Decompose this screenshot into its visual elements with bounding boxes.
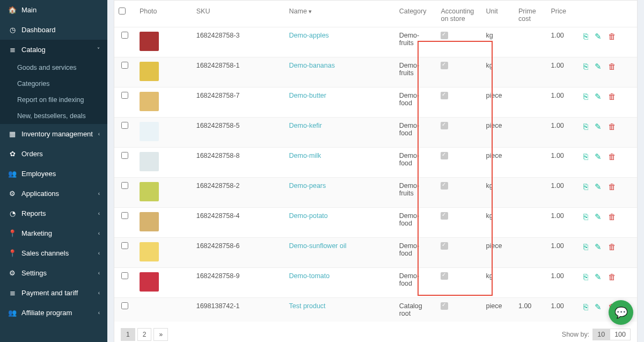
row-checkbox[interactable] xyxy=(121,152,128,159)
col-unit[interactable]: Unit xyxy=(482,1,514,27)
sidebar-item-employees[interactable]: 👥Employees xyxy=(0,164,107,184)
col-photo[interactable]: Photo xyxy=(135,1,192,27)
sidebar-item-marketing[interactable]: 📍Marketing‹ xyxy=(0,223,107,243)
row-checkbox[interactable] xyxy=(121,272,128,279)
sidebar-subitem-categories[interactable]: Categories xyxy=(0,76,107,92)
accounting-checkbox[interactable] xyxy=(441,212,448,220)
trash-icon[interactable]: 🗑 xyxy=(608,92,616,101)
accounting-checkbox[interactable] xyxy=(441,92,448,99)
product-name-link[interactable]: Demo-tomato xyxy=(289,272,330,280)
copy-icon[interactable]: ⎘ xyxy=(583,182,588,192)
product-name-link[interactable]: Demo-milk xyxy=(289,152,321,159)
product-thumb[interactable] xyxy=(140,272,159,292)
copy-icon[interactable]: ⎘ xyxy=(583,302,588,312)
col-accounting[interactable]: Accounting on store xyxy=(436,1,481,27)
sidebar-subitem-new-bestsellers-deals[interactable]: New, bestsellers, deals xyxy=(0,108,107,124)
sidebar-item-inventory-management[interactable]: ▦Inventory management‹ xyxy=(0,124,107,144)
copy-icon[interactable]: ⎘ xyxy=(583,62,588,71)
trash-icon[interactable]: 🗑 xyxy=(608,122,616,132)
product-name-link[interactable]: Test product xyxy=(289,302,326,310)
copy-icon[interactable]: ⎘ xyxy=(583,212,588,222)
copy-icon[interactable]: ⎘ xyxy=(583,122,588,132)
sidebar-item-main[interactable]: 🏠Main xyxy=(0,0,107,20)
row-checkbox[interactable] xyxy=(121,92,128,99)
product-name-link[interactable]: Demo-pears xyxy=(289,182,326,190)
edit-icon[interactable]: ✎ xyxy=(595,92,602,101)
showby-option[interactable]: 10 xyxy=(592,329,610,340)
trash-icon[interactable]: 🗑 xyxy=(608,242,616,252)
row-checkbox[interactable] xyxy=(121,242,128,249)
col-sku[interactable]: SKU xyxy=(192,1,285,27)
sidebar-subitem-goods-and-services[interactable]: Goods and services xyxy=(0,60,107,76)
sidebar-item-applications[interactable]: ⚙Applications‹ xyxy=(0,184,107,203)
copy-icon[interactable]: ⎘ xyxy=(583,152,588,162)
trash-icon[interactable]: 🗑 xyxy=(608,62,616,71)
row-checkbox[interactable] xyxy=(121,32,128,39)
product-thumb[interactable] xyxy=(140,212,159,231)
accounting-checkbox[interactable] xyxy=(441,62,448,69)
edit-icon[interactable]: ✎ xyxy=(595,302,602,312)
col-price[interactable]: Price xyxy=(546,1,579,27)
product-thumb[interactable] xyxy=(140,62,159,81)
edit-icon[interactable]: ✎ xyxy=(595,212,602,222)
edit-icon[interactable]: ✎ xyxy=(595,122,602,132)
copy-icon[interactable]: ⎘ xyxy=(583,272,588,282)
col-category[interactable]: Category xyxy=(395,1,437,27)
product-name-link[interactable]: Demo-kefir xyxy=(289,122,322,129)
accounting-checkbox[interactable] xyxy=(441,182,448,190)
row-checkbox[interactable] xyxy=(121,212,128,219)
copy-icon[interactable]: ⎘ xyxy=(583,32,588,41)
trash-icon[interactable]: 🗑 xyxy=(608,272,616,282)
product-thumb[interactable] xyxy=(140,122,159,141)
sidebar-item-dashboard[interactable]: ◷Dashboard xyxy=(0,20,107,40)
accounting-checkbox[interactable] xyxy=(441,152,448,159)
sidebar-subitem-report-on-file-indexing[interactable]: Report on file indexing xyxy=(0,92,107,108)
edit-icon[interactable]: ✎ xyxy=(595,182,602,192)
sidebar-item-orders[interactable]: ✿Orders xyxy=(0,144,107,164)
accounting-checkbox[interactable] xyxy=(441,32,448,39)
copy-icon[interactable]: ⎘ xyxy=(583,242,588,252)
edit-icon[interactable]: ✎ xyxy=(595,242,602,252)
sidebar-item-catalog[interactable]: ≣Catalog˅ xyxy=(0,40,107,60)
col-prime[interactable]: Prime cost xyxy=(514,1,546,27)
pager-page[interactable]: » xyxy=(153,328,168,341)
select-all-checkbox[interactable] xyxy=(119,8,126,14)
accounting-checkbox[interactable] xyxy=(441,242,448,250)
sidebar-item-sales-channels[interactable]: 📍Sales channels‹ xyxy=(0,243,107,263)
sidebar-item-affiliate-program[interactable]: 👥Affiliate program‹ xyxy=(0,303,107,323)
accounting-checkbox[interactable] xyxy=(441,272,448,280)
product-thumb[interactable] xyxy=(140,92,159,111)
copy-icon[interactable]: ⎘ xyxy=(583,92,588,101)
accounting-checkbox[interactable] xyxy=(441,122,448,129)
product-thumb[interactable] xyxy=(140,242,159,261)
product-name-link[interactable]: Demo-sunflower oil xyxy=(289,242,347,250)
col-name[interactable]: Name ▾ xyxy=(285,1,395,27)
row-checkbox[interactable] xyxy=(121,182,128,189)
accounting-checkbox[interactable] xyxy=(441,302,448,310)
product-thumb[interactable] xyxy=(140,182,159,201)
sidebar-item-payment-and-tariff[interactable]: ≣Payment and tariff‹ xyxy=(0,283,107,303)
product-thumb[interactable] xyxy=(140,32,159,51)
edit-icon[interactable]: ✎ xyxy=(595,272,602,282)
product-name-link[interactable]: Demo-apples xyxy=(289,32,329,39)
showby-option[interactable]: 100 xyxy=(610,329,631,340)
edit-icon[interactable]: ✎ xyxy=(595,152,602,162)
product-name-link[interactable]: Demo-bananas xyxy=(289,62,335,69)
trash-icon[interactable]: 🗑 xyxy=(608,152,616,162)
trash-icon[interactable]: 🗑 xyxy=(608,182,616,192)
trash-icon[interactable]: 🗑 xyxy=(608,212,616,222)
sidebar-item-settings[interactable]: ⚙Settings‹ xyxy=(0,263,107,283)
product-thumb[interactable] xyxy=(140,152,159,171)
edit-icon[interactable]: ✎ xyxy=(595,32,602,41)
row-checkbox[interactable] xyxy=(121,122,128,129)
product-name-link[interactable]: Demo-potato xyxy=(289,212,328,220)
trash-icon[interactable]: 🗑 xyxy=(608,32,616,41)
edit-icon[interactable]: ✎ xyxy=(595,62,602,71)
pager-page[interactable]: 1 xyxy=(121,328,135,341)
sidebar-item-reports[interactable]: ◔Reports‹ xyxy=(0,203,107,223)
pager-page[interactable]: 2 xyxy=(137,328,152,341)
chat-fab[interactable]: 💬 xyxy=(609,300,633,325)
row-checkbox[interactable] xyxy=(121,62,128,69)
product-name-link[interactable]: Demo-butter xyxy=(289,92,326,99)
row-checkbox[interactable] xyxy=(121,302,128,309)
